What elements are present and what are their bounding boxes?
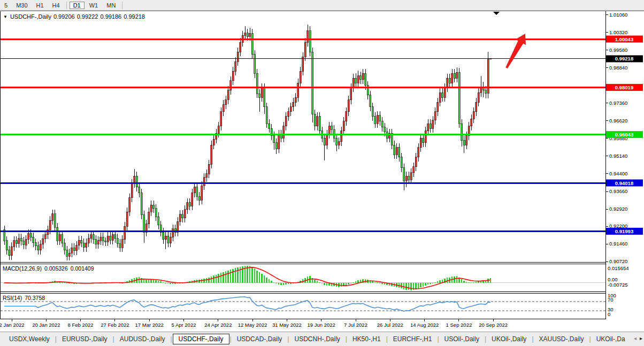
svg-text:20 Sep 2022: 20 Sep 2022 — [479, 322, 508, 328]
svg-text:12 May 2022: 12 May 2022 — [238, 322, 267, 328]
tab-hk50-h1[interactable]: HK50-,H1 — [348, 334, 386, 344]
tab-separator: | — [437, 335, 439, 343]
svg-text:1.01060: 1.01060 — [609, 12, 627, 18]
svg-text:0.96620: 0.96620 — [609, 118, 627, 124]
symbol-tabs: USDX,Weekly|EURUSD-,Daily|AUDUSD-,Daily|… — [0, 332, 630, 344]
symbol-tab-bar: USDX,Weekly|EURUSD-,Daily|AUDUSD-,Daily|… — [0, 332, 644, 346]
quote-low: 0.99186 — [100, 13, 121, 20]
svg-text:26 Jul 2022: 26 Jul 2022 — [377, 322, 403, 328]
quote-high: 0.99222 — [77, 13, 98, 20]
tab-usdcnh-daily[interactable]: USDCNH-,Daily — [289, 334, 344, 344]
svg-text:24 Apr 2022: 24 Apr 2022 — [204, 322, 232, 328]
macd-value-signal: 0.001409 — [71, 265, 94, 272]
rsi-name: RSI(14) — [3, 295, 22, 301]
rsi-indicator-label: RSI(14)70.3758 — [3, 295, 48, 301]
svg-text:0: 0 — [608, 311, 610, 317]
svg-text:20 Jan 2022: 20 Jan 2022 — [32, 322, 60, 328]
tab-audusd-daily[interactable]: AUDUSD-,Daily — [115, 334, 170, 344]
svg-text:0.94018: 0.94018 — [615, 180, 633, 186]
tab-eurchf-h1[interactable]: EURCHF-,H1 — [388, 334, 437, 344]
tab-separator: | — [230, 335, 232, 343]
svg-text:27 Feb 2022: 27 Feb 2022 — [101, 322, 129, 328]
tab-usdx-weekly[interactable]: USDX,Weekly — [4, 334, 55, 344]
tab-xauusd-daily[interactable]: XAUUSD-,Daily — [534, 334, 589, 344]
svg-text:14 Aug 2022: 14 Aug 2022 — [410, 322, 439, 328]
tab-separator: | — [55, 335, 57, 343]
svg-text:7 Jul 2022: 7 Jul 2022 — [344, 322, 367, 328]
svg-text:0.94400: 0.94400 — [609, 171, 627, 176]
rsi-value: 70.3758 — [25, 295, 45, 301]
chart-title: ▼USDCHF-,Daily0.992060.992220.991860.992… — [3, 13, 147, 20]
tab-ukoil-da[interactable]: UKOil-,Da — [592, 334, 630, 344]
macd-name: MACD(12,26,9) — [3, 265, 42, 272]
svg-text:2 Jan 2022: 2 Jan 2022 — [0, 322, 25, 328]
svg-text:0.96043: 0.96043 — [615, 132, 633, 137]
chart-canvas[interactable]: 1.010601.003200.995800.988400.973600.966… — [0, 0, 644, 332]
svg-text:0.99580: 0.99580 — [609, 47, 627, 53]
tab-scroll-arrows: ◂▸ — [631, 335, 642, 341]
svg-text:1 Sep 2022: 1 Sep 2022 — [446, 322, 472, 328]
svg-text:0.95140: 0.95140 — [609, 153, 627, 159]
svg-text:31 May 2022: 31 May 2022 — [272, 322, 302, 328]
tab-ukoil-daily[interactable]: UKOil-,Daily — [487, 334, 531, 344]
tab-separator: | — [113, 335, 114, 343]
svg-text:0.98019: 0.98019 — [615, 84, 633, 90]
svg-text:0.93660: 0.93660 — [609, 188, 627, 194]
chart-title-symbol: USDCHF-,Daily — [10, 13, 51, 20]
macd-indicator-label: MACD(12,26,9)0.0053260.001409 — [3, 265, 97, 272]
tab-usdcad-daily[interactable]: USDCAD-,Daily — [232, 334, 287, 344]
svg-text:1.00043: 1.00043 — [615, 36, 633, 42]
tab-scroll-right-icon[interactable]: ▸ — [640, 335, 642, 341]
tab-eurusd-daily[interactable]: EURUSD-,Daily — [57, 334, 112, 344]
tab-separator: | — [532, 335, 533, 343]
svg-text:0.90720: 0.90720 — [609, 258, 627, 264]
tab-separator: | — [346, 335, 347, 343]
symbol-dropdown-icon[interactable]: ▼ — [3, 14, 7, 19]
svg-text:1.00320: 1.00320 — [609, 29, 627, 35]
svg-text:0.99218: 0.99218 — [615, 56, 633, 61]
tab-scroll-left-icon[interactable]: ◂ — [634, 335, 637, 341]
tab-usdchf-daily[interactable]: USDCHF-,Daily — [173, 334, 229, 344]
svg-text:8 Feb 2022: 8 Feb 2022 — [68, 322, 94, 328]
svg-text:0.92920: 0.92920 — [609, 206, 627, 212]
quote-open: 0.99206 — [53, 13, 75, 20]
mt4-chart-window: 5M30H1H4D1W1MN 1.010601.003200.995800.98… — [0, 0, 644, 346]
svg-text:17 Mar 2022: 17 Mar 2022 — [135, 322, 164, 328]
tab-usoil-daily[interactable]: USOil-,Daily — [440, 334, 484, 344]
svg-text:0.015654: 0.015654 — [608, 265, 629, 271]
tab-separator: | — [386, 335, 388, 343]
tab-separator: | — [170, 335, 172, 343]
svg-text:19 Jun 2022: 19 Jun 2022 — [308, 322, 335, 328]
macd-value-main: 0.005326 — [44, 265, 68, 272]
svg-text:0.97360: 0.97360 — [609, 100, 627, 106]
svg-text:0.91460: 0.91460 — [609, 241, 627, 247]
quote-close: 0.99218 — [124, 13, 145, 20]
svg-text:0.98840: 0.98840 — [609, 65, 627, 71]
svg-text:5 Apr 2022: 5 Apr 2022 — [172, 322, 196, 328]
svg-text:70: 70 — [608, 297, 614, 303]
svg-text:-0.00725: -0.00725 — [608, 282, 628, 288]
tab-separator: | — [485, 335, 486, 343]
svg-text:0.91993: 0.91993 — [615, 228, 633, 234]
tab-separator: | — [287, 335, 289, 343]
tab-separator: | — [589, 335, 591, 343]
